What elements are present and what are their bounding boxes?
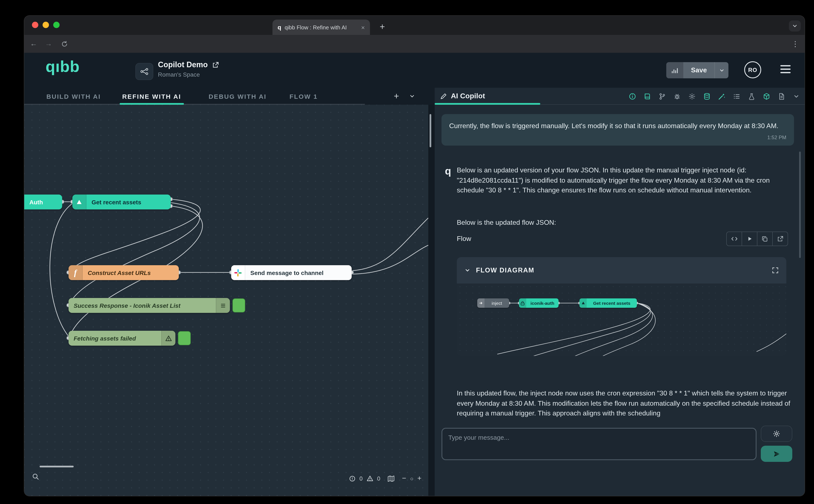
message-input[interactable] xyxy=(441,428,757,460)
chat-scrollbar[interactable] xyxy=(799,152,801,258)
chevron-down-icon[interactable] xyxy=(791,91,801,101)
copilot-title[interactable]: AI Copilot xyxy=(440,88,485,105)
node-fetching-assets-failed[interactable]: Fetching assets failed xyxy=(69,331,175,346)
warning-count: 0 xyxy=(377,475,380,482)
horizontal-scrollbar[interactable] xyxy=(40,466,74,467)
tab-build-with-ai[interactable]: BUILD WITH AI xyxy=(46,88,101,105)
mini-node-iconik-auth[interactable]: iconik-auth xyxy=(519,298,559,308)
user-message-text: Currently, the flow is triggered manuall… xyxy=(449,121,786,131)
traffic-minimize-button[interactable] xyxy=(43,21,49,28)
save-label[interactable]: Save xyxy=(683,62,715,78)
qibb-logo[interactable]: qıbb xyxy=(46,58,80,76)
flow-diagram-preview[interactable]: inject iconik-auth Get recent assets xyxy=(457,283,786,356)
chat-settings-button[interactable] xyxy=(761,426,792,442)
copilot-header: AI Copilot xyxy=(435,88,805,105)
info-icon[interactable] xyxy=(627,91,637,101)
node-status-indicator xyxy=(178,331,191,345)
artifact-actions xyxy=(726,232,788,246)
traffic-zoom-button[interactable] xyxy=(53,21,60,28)
node-success-response[interactable]: Success Response - Iconik Asset List xyxy=(69,298,230,313)
ai-copilot-panel: AI Copilot xyxy=(435,88,805,496)
flow-tabs-row: BUILD WITH AI REFINE WITH AI DEBUG WITH … xyxy=(24,88,428,105)
run-button[interactable] xyxy=(742,232,757,246)
zoom-in-button[interactable]: + xyxy=(417,474,421,483)
minimap-toggle-icon[interactable] xyxy=(388,475,395,482)
mini-node-inject[interactable]: inject xyxy=(477,298,509,308)
function-icon: f xyxy=(69,265,83,280)
copilot-active-underline xyxy=(435,103,540,105)
mini-node-get-recent-assets[interactable]: Get recent assets xyxy=(579,298,637,308)
gear-icon xyxy=(773,430,780,438)
gear-icon[interactable] xyxy=(687,91,697,101)
copy-button[interactable] xyxy=(757,232,772,246)
list-icon[interactable] xyxy=(731,91,742,101)
browser-menu-button[interactable]: ⋮ xyxy=(790,35,801,53)
open-external-button[interactable] xyxy=(772,232,788,246)
iconik-drive-icon xyxy=(72,195,86,209)
node-status-indicator xyxy=(232,298,245,312)
iconik-drive-icon xyxy=(579,298,587,308)
magic-wand-icon[interactable] xyxy=(717,91,727,101)
tab-flow-1[interactable]: FLOW 1 xyxy=(289,88,318,105)
user-message-bubble: Currently, the flow is triggered manuall… xyxy=(441,114,794,146)
browser-tab[interactable]: q qibb Flow : Refine with AI × xyxy=(272,20,370,35)
tab-debug-with-ai[interactable]: DEBUG WITH AI xyxy=(209,88,267,105)
message-timestamp: 1:52 PM xyxy=(449,134,786,141)
zoom-reset-button[interactable]: ○ xyxy=(410,475,413,482)
vertical-scrollbar[interactable] xyxy=(430,114,431,147)
package-cube-icon[interactable] xyxy=(761,91,771,101)
forward-button[interactable]: → xyxy=(43,35,54,53)
docs-book-icon[interactable] xyxy=(642,91,652,101)
tab-close-icon[interactable]: × xyxy=(361,24,365,31)
tab-overflow-button[interactable] xyxy=(789,20,801,31)
traffic-close-button[interactable] xyxy=(32,21,38,28)
back-button[interactable]: ← xyxy=(28,35,40,53)
slack-icon xyxy=(231,265,245,280)
main-menu-button[interactable] xyxy=(780,65,791,73)
bug-icon[interactable] xyxy=(672,91,682,101)
node-send-message-to-channel[interactable]: Send message to channel xyxy=(231,265,352,280)
flow-title-block: Copilot Demo Roman's Space xyxy=(158,60,219,78)
database-icon[interactable] xyxy=(702,91,712,101)
browser-toolbar: ← → ⋮ xyxy=(24,35,805,53)
file-icon[interactable] xyxy=(776,91,786,101)
save-dropdown-button[interactable] xyxy=(715,62,729,78)
send-message-button[interactable] xyxy=(761,446,792,462)
chevron-down-icon xyxy=(719,67,725,73)
flow-diagram-title: FLOW DIAGRAM xyxy=(476,266,766,274)
save-status-icon xyxy=(666,62,683,78)
browser-tabstrip: q qibb Flow : Refine with AI × + xyxy=(24,16,805,35)
fullscreen-icon[interactable] xyxy=(772,267,779,274)
view-code-button[interactable] xyxy=(727,232,742,246)
search-icon[interactable] xyxy=(32,473,39,480)
flask-icon[interactable] xyxy=(746,91,757,101)
screen: q qibb Flow : Refine with AI × + ← → xyxy=(0,0,814,504)
reload-button[interactable] xyxy=(58,35,70,53)
canvas-statusbar: 0 0 − ○ + xyxy=(24,472,428,485)
collapse-chevron-icon[interactable] xyxy=(464,267,470,273)
assistant-avatar: q xyxy=(445,165,451,177)
node-auth[interactable]: Auth xyxy=(24,195,62,209)
flow-diagram-header[interactable]: FLOW DIAGRAM xyxy=(457,257,786,283)
send-icon xyxy=(773,450,780,457)
flow-canvas[interactable]: Auth Get recent assets f Construct Asset… xyxy=(24,105,428,496)
flow-diagram-card: FLOW DIAGRAM xyxy=(457,257,786,356)
add-flow-tab-button[interactable]: + xyxy=(394,91,399,101)
open-external-icon[interactable] xyxy=(212,62,219,68)
zoom-out-button[interactable]: − xyxy=(402,474,406,483)
flow-type-icon xyxy=(135,63,153,80)
save-button[interactable]: Save xyxy=(666,62,729,78)
active-tab-underline xyxy=(120,103,184,105)
node-construct-asset-urls[interactable]: f Construct Asset URLs xyxy=(69,265,179,280)
pipeline-branch-icon[interactable] xyxy=(657,91,667,101)
new-tab-button[interactable]: + xyxy=(376,20,389,33)
pencil-icon xyxy=(440,93,447,100)
user-avatar[interactable]: RO xyxy=(744,61,761,78)
assistant-message-intro: Below is an updated version of your flow… xyxy=(457,165,793,195)
node-get-recent-assets[interactable]: Get recent assets xyxy=(72,195,171,209)
browser-window: q qibb Flow : Refine with AI × + ← → xyxy=(24,16,805,496)
copilot-toolbar xyxy=(627,88,801,105)
tab-list-chevron-icon[interactable] xyxy=(409,93,415,99)
warning-icon xyxy=(161,331,175,346)
tab-refine-with-ai[interactable]: REFINE WITH AI xyxy=(122,88,181,105)
